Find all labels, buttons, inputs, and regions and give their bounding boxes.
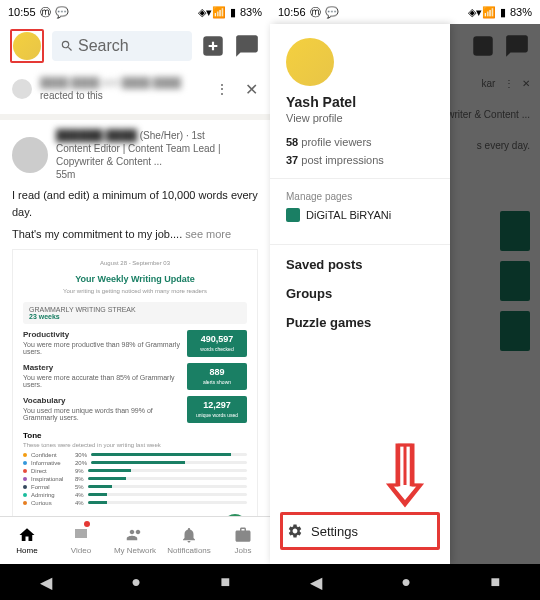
streak-label: GRAMMARLY WRITING STREAK	[29, 306, 241, 313]
chat-icon: 💬	[325, 6, 339, 19]
highlight-avatar	[10, 29, 44, 63]
bottom-nav: Home Video My Network Notifications Jobs	[0, 516, 270, 564]
battery-icon: ▮	[500, 6, 506, 19]
search-icon	[60, 39, 74, 53]
highlight-settings: Settings	[280, 512, 440, 550]
messages-button[interactable]	[234, 33, 260, 59]
status-bar: 10:55ⓜ💬 ◈▾📶▮83%	[0, 0, 270, 24]
reactor-name: ████ ████ and ████ ████	[40, 77, 181, 88]
android-nav: ◀ ● ■	[0, 564, 270, 600]
wifi-icon: ◈▾📶	[468, 6, 496, 19]
post-time: 55m	[56, 168, 258, 181]
left-screenshot: 10:55ⓜ💬 ◈▾📶▮83% Search ████ ████ and ███…	[0, 0, 270, 600]
post-text-1: I read (and edit) a minimum of 10,000 wo…	[12, 187, 258, 220]
see-more-link[interactable]: see more	[185, 228, 231, 240]
feed[interactable]: ████ ████ and ████ ████ reacted to this …	[0, 68, 270, 516]
author-avatar[interactable]	[12, 137, 48, 173]
embed-stat-row: VocabularyYou used more unique words tha…	[23, 396, 247, 423]
settings-link[interactable]: Settings	[283, 515, 437, 547]
status-bar: 10:56ⓜ💬 ◈▾📶▮83%	[270, 0, 540, 24]
reactor-avatar[interactable]	[12, 79, 32, 99]
tone-row: Formal5%	[23, 484, 247, 490]
reaction-header: ████ ████ and ████ ████ reacted to this …	[0, 68, 270, 114]
drawer-avatar[interactable]	[286, 38, 334, 86]
page-icon	[286, 208, 300, 222]
search-placeholder: Search	[78, 37, 129, 55]
back-button[interactable]: ◀	[40, 573, 52, 592]
profile-avatar[interactable]	[13, 32, 41, 60]
tone-row: Admiring4%	[23, 492, 247, 498]
tone-row: Informative20%	[23, 460, 247, 466]
clock: 10:56	[278, 6, 306, 18]
add-post-button[interactable]	[200, 33, 226, 59]
streak-box: GRAMMARLY WRITING STREAK 23 weeks	[23, 302, 247, 324]
reacted-text: reacted to this	[40, 90, 103, 101]
search-input[interactable]: Search	[52, 31, 192, 61]
managed-page[interactable]: DiGiTAL BiRYANi	[286, 208, 434, 222]
msg-icon: ⓜ	[40, 5, 51, 20]
recents-button[interactable]: ■	[491, 573, 501, 591]
notification-dot-icon	[84, 521, 90, 527]
author-pronouns: (She/Her) · 1st	[140, 130, 205, 141]
tone-row: Curious4%	[23, 500, 247, 506]
embed-stat-row: ProductivityYou were more productive tha…	[23, 330, 247, 357]
grammarly-embed[interactable]: August 28 - September 03 Your Weekly Wri…	[12, 249, 258, 516]
battery-pct: 83%	[510, 6, 532, 18]
nav-home[interactable]: Home	[0, 517, 54, 564]
battery-icon: ▮	[230, 6, 236, 19]
saved-posts-link[interactable]: Saved posts	[286, 257, 434, 272]
msg-icon: ⓜ	[310, 5, 321, 20]
right-screenshot: 10:56ⓜ💬 ◈▾📶▮83% kar ⋮ ✕ opywriter & Cont…	[270, 0, 540, 600]
wifi-icon: ◈▾📶	[198, 6, 226, 19]
back-button[interactable]: ◀	[310, 573, 322, 592]
manage-pages-label: Manage pages	[286, 191, 434, 202]
post-text-2: That's my commitment to my job....	[12, 228, 182, 240]
author-headline: Content Editor | Content Team Lead | Cop…	[56, 142, 258, 168]
groups-link[interactable]: Groups	[286, 286, 434, 301]
nav-video[interactable]: Video	[54, 517, 108, 564]
embed-title: Your Weekly Writing Update	[23, 274, 247, 284]
embed-subtitle: Your writing is getting noticed with man…	[23, 288, 247, 294]
home-button[interactable]: ●	[401, 573, 411, 591]
chat-icon: 💬	[55, 6, 69, 19]
close-icon[interactable]: ✕	[245, 80, 258, 99]
gear-icon	[287, 523, 303, 539]
nav-network[interactable]: My Network	[108, 517, 162, 564]
tone-row: Inspirational8%	[23, 476, 247, 482]
embed-stat-row: MasteryYou were more accurate than 85% o…	[23, 363, 247, 390]
annotation-arrow-icon	[385, 440, 425, 510]
tone-row: Confident30%	[23, 452, 247, 458]
profile-viewers[interactable]: 58 profile viewers	[286, 136, 434, 148]
home-button[interactable]: ●	[131, 573, 141, 591]
nav-notifications[interactable]: Notifications	[162, 517, 216, 564]
drawer-user-name[interactable]: Yash Patel	[286, 94, 434, 110]
tone-label: Tone	[23, 431, 42, 440]
tone-row: Direct9%	[23, 468, 247, 474]
clock: 10:55	[8, 6, 36, 18]
app-top-bar: Search	[0, 24, 270, 68]
author-name[interactable]: ██████ ████	[56, 129, 137, 141]
recents-button[interactable]: ■	[221, 573, 231, 591]
battery-pct: 83%	[240, 6, 262, 18]
android-nav: ◀ ● ■	[270, 564, 540, 600]
tone-sub: These tones were detected in your writin…	[23, 442, 247, 448]
embed-date: August 28 - September 03	[23, 260, 247, 266]
nav-jobs[interactable]: Jobs	[216, 517, 270, 564]
puzzle-games-link[interactable]: Puzzle games	[286, 315, 434, 330]
post-menu-icon[interactable]: ⋮	[215, 81, 229, 97]
feed-post[interactable]: ██████ ████ (She/Her) · 1st Content Edit…	[0, 120, 270, 516]
post-impressions[interactable]: 37 post impressions	[286, 154, 434, 166]
streak-value: 23 weeks	[29, 313, 60, 320]
view-profile-link[interactable]: View profile	[286, 112, 434, 124]
